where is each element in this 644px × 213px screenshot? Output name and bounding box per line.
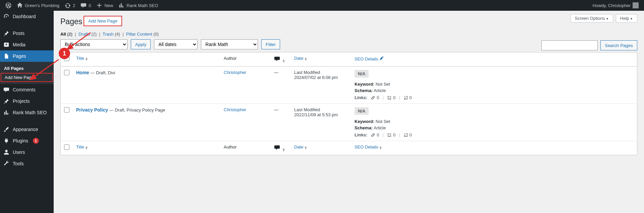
plug-icon (3, 138, 9, 144)
search-button[interactable]: Search Pages (600, 40, 637, 50)
submenu-pages: All Pages Add New Page (0, 62, 54, 84)
menu-label: Projects (13, 98, 30, 104)
comment-icon (3, 87, 9, 93)
submenu-all-pages[interactable]: All Pages (0, 64, 54, 73)
menu-label: Rank Math SEO (13, 110, 47, 115)
sort-icon: ▲▼ (304, 146, 307, 149)
row-state: — Draft, Privacy Policy Page (108, 108, 165, 113)
menu-dashboard[interactable]: Dashboard (0, 11, 54, 22)
search-box: Search Pages (541, 40, 637, 50)
apply-button[interactable]: Apply (131, 39, 151, 49)
col-author: Author (220, 52, 271, 67)
filter-button[interactable]: Filter (261, 39, 280, 49)
avatar (633, 2, 639, 8)
col-author-foot: Author (220, 141, 271, 155)
menu-posts[interactable]: Posts (0, 28, 54, 39)
dates-select[interactable]: All dates (154, 39, 198, 49)
col-date[interactable]: Date▲▼ (291, 52, 351, 67)
menu-label: Plugins (13, 138, 28, 143)
view-all[interactable]: All (2) (60, 32, 72, 37)
menu-users[interactable]: Users (0, 146, 54, 158)
wp-logo[interactable] (3, 0, 14, 11)
menu-tools[interactable]: Tools (0, 158, 54, 169)
menu-comments[interactable]: Comments (0, 84, 54, 95)
updates-link[interactable]: 2 (62, 0, 78, 11)
user-icon (3, 149, 9, 155)
menu-pages[interactable]: Pages (0, 50, 54, 62)
comments-count: 0 (89, 3, 91, 8)
row-checkbox[interactable] (64, 70, 69, 75)
pencil-icon (379, 56, 384, 60)
row-title-link[interactable]: Privacy Policy (76, 107, 108, 113)
screen-options-button[interactable]: Screen Options (571, 14, 613, 23)
brush-icon (3, 126, 9, 132)
view-pillar[interactable]: Pillar Content (0) (126, 32, 159, 37)
refresh-icon (65, 2, 71, 8)
incoming-link-icon (404, 95, 408, 100)
row-checkbox[interactable] (64, 107, 69, 113)
row-date: Last Modified2024/07/02 at 6:08 pm (291, 67, 351, 104)
row-author-link[interactable]: Christopher (224, 70, 246, 75)
col-comments-foot[interactable]: ▲▼ (271, 141, 291, 155)
wordpress-icon (5, 2, 11, 8)
menu-rankmath[interactable]: Rank Math SEO (0, 107, 54, 118)
greeting-text: Howdy, Christopher (593, 3, 631, 8)
sort-icon: ▲▼ (282, 148, 285, 151)
col-title-foot[interactable]: Title▲▼ (73, 141, 220, 155)
rankmath-link[interactable]: Rank Math SEO (116, 0, 161, 11)
annotation-marker-1: 1 (59, 48, 70, 59)
view-trash[interactable]: Trash (4) (103, 32, 120, 37)
row-comments: — (271, 104, 291, 141)
site-link[interactable]: Green's Plumbing (14, 0, 62, 11)
chart-bar-icon (118, 2, 124, 8)
comment-icon (274, 144, 280, 151)
menu-label: Tools (13, 161, 24, 166)
comment-icon (80, 2, 87, 8)
pin-icon (3, 98, 9, 104)
sort-icon: ▲▼ (85, 57, 88, 60)
row-title-link[interactable]: Home (76, 70, 89, 75)
rankmath-select[interactable]: Rank Math (201, 39, 258, 49)
row-author-link[interactable]: Christopher (224, 107, 246, 112)
menu-plugins[interactable]: Plugins 1 (0, 135, 54, 146)
seo-na-badge: N/A (355, 70, 369, 78)
row-seo: N/A Keyword: Not Set Schema: Article Lin… (351, 67, 637, 104)
col-comments[interactable]: ▲▼ (271, 52, 291, 67)
search-input[interactable] (541, 40, 598, 50)
add-new-page-button[interactable]: Add New Page (84, 16, 122, 26)
rankmath-label: Rank Math SEO (126, 3, 158, 8)
menu-label: Users (13, 150, 25, 155)
chart-bar-icon (3, 110, 9, 116)
menu-appearance[interactable]: Appearance (0, 124, 54, 135)
bulk-actions-select[interactable]: Bulk actions (60, 39, 127, 49)
col-seo[interactable]: SEO Details (351, 52, 637, 67)
site-name: Green's Plumbing (25, 3, 59, 8)
col-seo-foot[interactable]: SEO Details▲▼ (351, 141, 637, 155)
seo-na-badge: N/A (355, 107, 369, 115)
page-icon (3, 53, 9, 59)
col-date-foot[interactable]: Date▲▼ (291, 141, 351, 155)
select-all-checkbox-foot[interactable] (64, 144, 69, 150)
sort-icon: ▲▼ (379, 146, 382, 149)
screen-meta: Screen Options Help (571, 14, 637, 23)
help-button[interactable]: Help (616, 14, 637, 23)
menu-label: Posts (13, 31, 24, 36)
updates-count: 2 (73, 3, 75, 8)
new-link[interactable]: New (94, 0, 116, 11)
comments-link[interactable]: 0 (78, 0, 94, 11)
col-title[interactable]: Title▲▼ (73, 52, 220, 67)
dashboard-icon (3, 13, 9, 19)
menu-media[interactable]: Media (0, 39, 54, 50)
sort-icon: ▲▼ (282, 59, 285, 62)
media-icon (3, 42, 9, 48)
menu-label: Dashboard (13, 14, 36, 19)
submenu-add-new-page[interactable]: Add New Page (1, 73, 53, 82)
view-drafts[interactable]: Drafts (2) (78, 32, 97, 37)
user-greeting[interactable]: Howdy, Christopher (590, 0, 641, 11)
menu-projects[interactable]: Projects (0, 95, 54, 107)
new-label: New (104, 3, 113, 8)
sort-icon: ▲▼ (85, 146, 88, 149)
row-state: — Draft, Divi (89, 70, 115, 75)
admin-bar: Green's Plumbing 2 0 New Rank Math SEO H… (0, 0, 644, 11)
home-icon (17, 2, 23, 8)
